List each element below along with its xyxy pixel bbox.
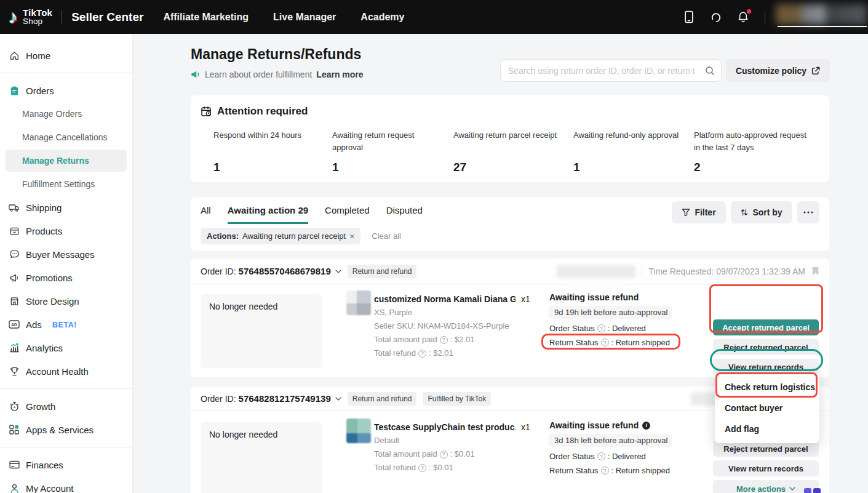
nav-affiliate-marketing[interactable]: Affiliate Marketing [163,12,249,23]
amount-label: Total amount paid [374,333,437,347]
search-input[interactable] [508,66,705,76]
return-status-label: Return Status [549,466,599,475]
nav-academy[interactable]: Academy [360,12,404,23]
support-headset-icon[interactable] [709,10,723,24]
reject-returned-parcel-button[interactable]: Reject returned parcel [713,339,819,355]
more-options-button[interactable] [797,201,819,223]
question-circle-icon[interactable] [440,336,448,344]
order-status-value: : Delivered [608,324,646,333]
nav-live-manager[interactable]: Live Manager [273,12,336,23]
stat-value[interactable]: 1 [332,161,453,174]
chip-remove-icon[interactable] [349,232,354,241]
fulfilled-by-tiktok-badge: Fulfilled by TikTok [423,392,491,406]
more-actions-button[interactable]: More actions [713,480,819,493]
sidebar-item-home[interactable]: Home [0,44,132,67]
order-id-value[interactable]: 576482812175749139 [239,393,331,404]
stat-value[interactable]: 1 [573,161,694,174]
stat-value[interactable]: 1 [213,161,332,174]
status-title: Awaiting issue refund [549,292,709,302]
sidebar-item-ads[interactable]: AD Ads BETA! [0,313,132,336]
question-circle-icon[interactable] [597,324,605,332]
chevron-down-icon [789,487,795,491]
tab-disputed[interactable]: Disputed [386,205,423,224]
attention-stats: Respond within 24 hours 1 Awaiting retur… [213,126,811,174]
topbar: ♪ TikTok Shop Seller Center Affiliate Ma… [0,0,868,34]
active-filters-row: Actions: Awaiting return parcel receipt … [201,228,401,244]
filter-button[interactable]: Filter [672,201,726,223]
account-menu[interactable] [773,0,868,34]
return-status-line: Return Status : Return shipped [549,466,709,475]
tabs-card: All Awaiting action 29 Completed Dispute… [191,197,829,251]
question-circle-icon[interactable] [418,464,426,472]
topbar-actions [682,10,766,24]
notification-dot [747,9,751,14]
sidebar-item-label: Buyer Messages [26,249,95,260]
sidebar-item-shipping[interactable]: Shipping [0,196,132,219]
menu-item-contact-buyer[interactable]: Contact buyer [715,398,819,419]
sidebar-item-account-health[interactable]: Account Health [0,359,132,383]
sidebar-item-growth[interactable]: Growth [0,395,132,418]
product-title[interactable]: customized Norma Kamali Diana G... [374,292,516,306]
order-id-value[interactable]: 576485570468679819 [239,266,331,276]
sidebar-item-manage-cancellations[interactable]: Manage Cancellations [0,126,132,149]
external-link-icon [811,66,820,75]
sidebar-item-orders[interactable]: Orders [0,79,132,102]
chevron-down-icon[interactable] [335,270,341,273]
sidebar-item-promotions[interactable]: Promotions [0,266,132,289]
question-circle-icon[interactable] [597,452,605,460]
tab-awaiting-label: Awaiting action [228,205,296,215]
sidebar-item-buyer-messages[interactable]: Buyer Messages [0,242,132,266]
bookmark-icon[interactable] [811,267,819,276]
mobile-app-icon[interactable] [682,10,696,24]
order-id-label: Order ID: [201,394,236,404]
learn-row: Learn about order fulfillment Learn more [191,70,364,79]
more-actions-dropdown: Check return logistics Contact buyer Add… [715,373,819,443]
stat-value[interactable]: 2 [694,161,811,174]
sidebar-item-manage-returns[interactable]: Manage Returns [6,150,127,172]
floating-widget-peek[interactable] [804,488,821,493]
sidebar-item-my-account[interactable]: My Account [0,476,132,493]
tab-completed[interactable]: Completed [325,205,370,224]
question-circle-icon[interactable] [440,451,448,459]
product-title[interactable]: Testcase SupplyChain test produc... [374,420,516,434]
sort-by-button[interactable]: Sort by [731,201,792,223]
sidebar-item-apps-services[interactable]: Apps & Services [0,418,132,441]
sidebar-item-finances[interactable]: Finances [0,453,132,476]
tiktok-shop-logo[interactable]: ♪ TikTok Shop [9,8,52,26]
sidebar-item-products[interactable]: Products [0,219,132,242]
customize-policy-button[interactable]: Customize policy [726,59,830,82]
search-box [500,59,722,82]
chevron-down-icon[interactable] [335,397,341,401]
menu-item-add-flag[interactable]: Add flag [715,419,819,439]
tiktok-note-icon: ♪ [9,8,18,26]
sidebar-item-analytics[interactable]: Analytics [0,336,132,359]
order-status-line: Order Status : Delivered [549,452,709,461]
menu-item-check-return-logistics[interactable]: Check return logistics [715,377,819,398]
main-content: Manage Returns/Refunds Learn about order… [133,34,868,493]
sidebar-item-manage-orders[interactable]: Manage Orders [0,102,132,126]
funnel-icon [682,208,690,217]
question-circle-icon[interactable] [601,467,609,475]
sort-arrows-icon [741,208,748,217]
question-circle-icon[interactable] [601,339,609,347]
info-filled-icon[interactable] [642,422,650,430]
return-type-badge: Return and refund [348,392,417,406]
notifications-bell-icon[interactable] [736,10,750,24]
megaphone-teal-icon [191,70,201,79]
sidebar: Home Orders Manage Orders Manage Cancell… [0,34,133,493]
filter-chip[interactable]: Actions: Awaiting return parcel receipt [201,228,360,244]
accept-returned-parcel-button[interactable]: Accept returned parcel [713,319,819,335]
sidebar-item-store-design[interactable]: Store Design [0,289,132,313]
tab-awaiting-action[interactable]: Awaiting action 29 [228,205,308,224]
question-circle-icon[interactable] [418,350,426,358]
order-1-status: Awaiting issue refund 9d 19h left before… [549,292,709,347]
sidebar-item-fulfillment-settings[interactable]: Fulfillment Settings [0,172,132,196]
stat-value[interactable]: 27 [453,161,573,174]
tab-all[interactable]: All [201,205,211,224]
sidebar-divider [0,447,132,447]
view-return-records-button[interactable]: View return records [713,460,819,476]
clear-all-link[interactable]: Clear all [372,231,401,241]
buyer-name-blurred [557,265,635,278]
nav-seller-center[interactable]: Seller Center [71,10,143,24]
learn-more-link[interactable]: Learn more [316,70,363,79]
